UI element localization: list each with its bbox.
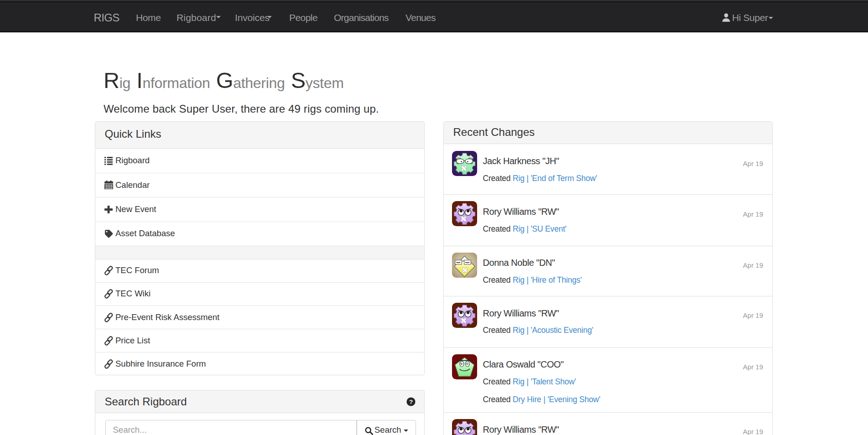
svg-text:?: ?	[409, 398, 412, 405]
